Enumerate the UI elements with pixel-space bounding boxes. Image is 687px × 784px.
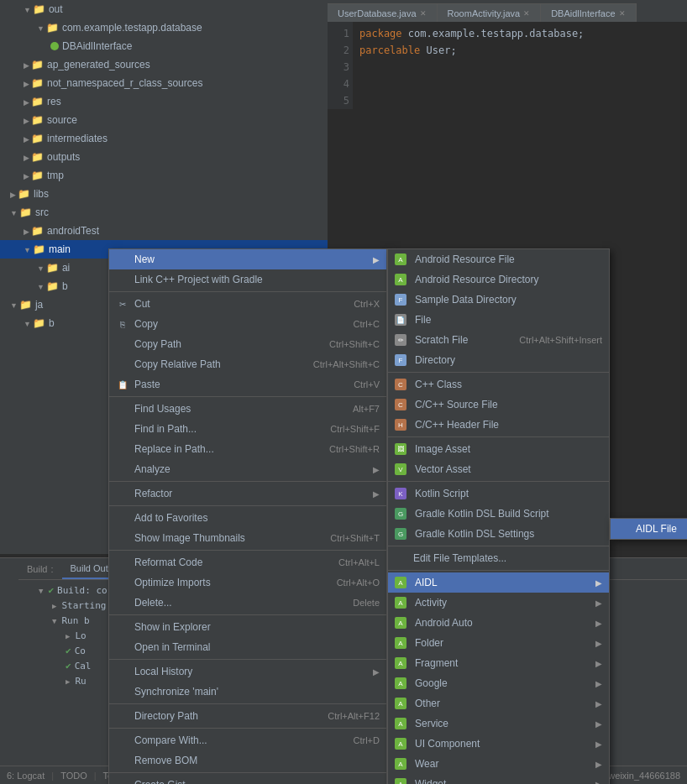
gradle-settings-icon: G: [395, 528, 406, 540]
expand-icon: [24, 133, 31, 144]
menu-label: Add to Favorites: [134, 512, 207, 524]
tree-row[interactable]: 📁 intermediates: [0, 129, 328, 148]
separator: [388, 372, 609, 373]
menu-item-cpp-source[interactable]: C C/C++ Source File: [388, 395, 609, 415]
separator: [109, 396, 386, 397]
menu-item-local-history[interactable]: Local History ▶: [109, 661, 386, 682]
menu-item-aidl-file[interactable]: AIDL File: [611, 519, 687, 539]
tab-close-icon[interactable]: ✕: [523, 9, 530, 18]
tab-close-icon[interactable]: ✕: [420, 9, 427, 18]
fragment-icon: A: [395, 657, 406, 669]
menu-item-remove-bom[interactable]: Remove BOM: [109, 750, 386, 771]
menu-item-reformat[interactable]: Reformat Code Ctrl+Alt+L: [109, 552, 386, 572]
menu-item-delete[interactable]: Delete... Delete: [109, 593, 386, 613]
android-icon: A: [395, 253, 406, 265]
menu-item-service[interactable]: A Service ▶: [388, 713, 609, 734]
tree-row[interactable]: 📁 not_namespaced_r_class_sources: [0, 74, 328, 92]
menu-item-copy-relative[interactable]: Copy Relative Path Ctrl+Alt+Shift+C: [109, 354, 386, 374]
menu-item-copy-path[interactable]: Copy Path Ctrl+Shift+C: [109, 334, 386, 354]
tab-roomactivity[interactable]: RoomActivity.java ✕: [438, 3, 542, 22]
menu-item-copy[interactable]: ⎘ Copy Ctrl+C: [109, 314, 386, 334]
menu-item-analyze[interactable]: Analyze ▶: [109, 459, 386, 479]
tree-row[interactable]: 📁 tmp: [0, 166, 328, 185]
favorites-icon: [116, 511, 129, 525]
menu-item-activity[interactable]: A Activity ▶: [388, 593, 609, 613]
tree-row[interactable]: 📁 outputs: [0, 148, 328, 166]
tab-build[interactable]: Build:: [18, 558, 62, 579]
menu-label: Image Asset: [415, 443, 470, 455]
menu-item-gradle-kotlin-settings[interactable]: G Gradle Kotlin DSL Settings: [388, 524, 609, 544]
menu-item-file[interactable]: 📄 File: [388, 310, 609, 330]
menu-item-cpp-class[interactable]: C C++ Class: [388, 374, 609, 395]
menu-item-refactor[interactable]: Refactor ▶: [109, 483, 386, 504]
tab-close-icon[interactable]: ✕: [619, 9, 626, 18]
build-text: Lo: [75, 629, 86, 644]
status-logcat[interactable]: 6: Logcat: [7, 771, 45, 781]
menu-label: Analyze: [134, 463, 170, 475]
menu-item-cut[interactable]: ✂ Cut Ctrl+X: [109, 294, 386, 314]
tab-userdatabase[interactable]: UserDatabase.java ✕: [328, 3, 438, 22]
menu-item-show-thumbnails[interactable]: Show Image Thumbnails Ctrl+Shift+T: [109, 528, 386, 548]
menu-item-add-favorites[interactable]: Add to Favorites: [109, 508, 386, 528]
menu-item-directory-path[interactable]: Directory Path Ctrl+Alt+F12: [109, 706, 386, 726]
cut-icon: ✂: [116, 297, 129, 311]
tree-label: source: [47, 114, 77, 126]
tree-row[interactable]: 📁 src: [0, 203, 328, 222]
tab-dbaidl[interactable]: DBAidlInterface ✕: [541, 3, 636, 22]
gradle-icon: G: [395, 508, 406, 520]
menu-item-vector-asset[interactable]: V Vector Asset: [388, 459, 609, 479]
menu-item-edit-templates[interactable]: Edit File Templates...: [388, 548, 609, 568]
menu-item-cpp-header[interactable]: H C/C++ Header File: [388, 415, 609, 435]
expand-icon: [39, 583, 45, 598]
menu-item-show-explorer[interactable]: Show in Explorer: [109, 617, 386, 637]
menu-item-open-terminal[interactable]: Open in Terminal: [109, 637, 386, 657]
menu-item-create-gist[interactable]: Create Gist...: [109, 775, 386, 784]
menu-item-google[interactable]: A Google ▶: [388, 673, 609, 693]
menu-item-new[interactable]: New ▶: [109, 249, 386, 269]
google-icon: A: [395, 677, 406, 689]
submenu-arrow: ▶: [595, 679, 602, 688]
menu-item-link-cpp[interactable]: Link C++ Project with Gradle: [109, 269, 386, 290]
menu-item-widget[interactable]: A Widget ▶: [388, 774, 609, 784]
menu-item-paste[interactable]: 📋 Paste Ctrl+V: [109, 374, 386, 395]
delete-icon: [116, 596, 129, 609]
status-todo[interactable]: TODO: [60, 771, 87, 781]
tree-row[interactable]: 📁 source: [0, 111, 328, 129]
menu-item-find-usages[interactable]: Find Usages Alt+F7: [109, 399, 386, 419]
menu-item-aidl[interactable]: A AIDL ▶: [388, 572, 609, 593]
tree-label: b: [62, 280, 68, 292]
menu-item-fragment[interactable]: A Fragment ▶: [388, 653, 609, 673]
menu-label: Google: [415, 677, 448, 689]
tree-row[interactable]: DBAidlInterface: [0, 37, 328, 55]
menu-item-image-asset[interactable]: 🖼 Image Asset: [388, 439, 609, 459]
menu-label: Find in Path...: [134, 423, 197, 435]
tree-row[interactable]: 📁 out: [0, 0, 328, 18]
menu-item-wear[interactable]: A Wear ▶: [388, 754, 609, 774]
tree-row[interactable]: 📁 com.example.testapp.database: [0, 18, 328, 37]
menu-item-scratch-file[interactable]: ✏ Scratch File Ctrl+Alt+Shift+Insert: [388, 330, 609, 350]
menu-item-compare[interactable]: Compare With... Ctrl+D: [109, 730, 386, 750]
menu-item-ui-component[interactable]: A UI Component ▶: [388, 734, 609, 754]
expand-icon: [24, 151, 31, 163]
menu-label: Copy: [134, 318, 158, 330]
menu-item-replace-path[interactable]: Replace in Path... Ctrl+Shift+R: [109, 439, 386, 459]
menu-item-android-auto[interactable]: A Android Auto ▶: [388, 613, 609, 633]
tree-label: androidTest: [47, 225, 99, 237]
menu-item-synchronize[interactable]: Synchronize 'main': [109, 682, 386, 702]
tree-row[interactable]: 📁 libs: [0, 185, 328, 203]
menu-item-folder[interactable]: A Folder ▶: [388, 633, 609, 653]
menu-item-optimize-imports[interactable]: Optimize Imports Ctrl+Alt+O: [109, 572, 386, 593]
menu-item-sample-data[interactable]: F Sample Data Directory: [388, 290, 609, 310]
menu-item-directory[interactable]: F Directory: [388, 350, 609, 370]
menu-item-gradle-kotlin-build[interactable]: G Gradle Kotlin DSL Build Script: [388, 504, 609, 524]
tree-row[interactable]: 📁 ap_generated_sources: [0, 55, 328, 74]
menu-item-android-resource-file[interactable]: A Android Resource File: [388, 249, 609, 269]
menu-item-find-path[interactable]: Find in Path... Ctrl+Shift+F: [109, 419, 386, 439]
menu-item-other[interactable]: A Other ▶: [388, 693, 609, 713]
menu-item-kotlin-script[interactable]: K Kotlin Script: [388, 483, 609, 504]
menu-item-android-resource-dir[interactable]: A Android Resource Directory: [388, 269, 609, 290]
tree-label: intermediates: [47, 133, 108, 144]
tree-row[interactable]: 📁 res: [0, 92, 328, 111]
tree-row[interactable]: 📁 androidTest: [0, 222, 328, 240]
expand-icon: [10, 206, 19, 218]
